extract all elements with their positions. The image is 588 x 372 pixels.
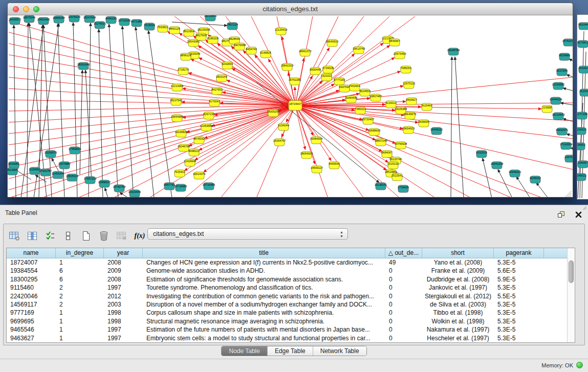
graph-node-label: 9529966	[559, 54, 570, 57]
graph-node-label: 9457791	[164, 183, 175, 186]
column-header-pagerank[interactable]: pagerank	[494, 248, 544, 258]
table-cell: 1997	[104, 334, 143, 342]
column-header-indegree[interactable]: in_degree	[56, 248, 104, 258]
table-row[interactable]: 1830029562008Estimation of significance …	[7, 275, 567, 283]
table-row[interactable]: 1872400712008Changes of HCN gene express…	[7, 258, 567, 267]
table-cell: 0	[385, 334, 422, 342]
graph-node-label: 15842319	[281, 64, 293, 67]
row-cells-icon[interactable]	[62, 230, 74, 242]
table-cell: 0	[385, 325, 422, 334]
table-cell: 2003	[104, 300, 143, 309]
tab-node-table[interactable]: Node Table	[222, 346, 268, 356]
graph-node-label: 1515322	[579, 90, 588, 93]
column-header-name[interactable]: name	[7, 248, 56, 258]
column-header-year[interactable]: year	[104, 248, 143, 258]
status-bar: Memory: OK	[0, 359, 588, 372]
table-cell: 2	[56, 283, 104, 292]
panel-resize-icon[interactable]	[582, 206, 587, 211]
graph-node-label: 2718176	[178, 68, 188, 71]
graph-node-label: 11451944	[52, 172, 64, 175]
tab-edge-table[interactable]: Edge Table	[268, 346, 313, 356]
table-row[interactable]: 946362711997Embryonic stem cells: a mode…	[7, 334, 567, 342]
table-cell: 9465546	[7, 325, 56, 334]
table-cell: de Silva et al. (2003)	[422, 300, 494, 309]
table-columns-icon[interactable]	[27, 230, 38, 242]
table-row[interactable]: 1456911722003Disruption of a novel membe…	[7, 300, 567, 309]
graph-node-label: 9913965	[8, 168, 18, 171]
graph-node-label: 20691406	[37, 18, 50, 21]
table-cell: 5.3E-5	[494, 300, 544, 309]
trash-icon[interactable]	[98, 230, 110, 242]
table-cell: 1997	[104, 325, 143, 334]
graph-node-label: 9828546	[229, 37, 239, 40]
graph-node-label: 12353584	[200, 124, 212, 127]
table-row[interactable]: 2242004622012Investigating the contribut…	[7, 292, 567, 300]
table-settings-icon[interactable]	[9, 230, 20, 242]
table-vertical-scrollbar[interactable]	[567, 248, 575, 342]
graph-node-label: 18054009	[300, 152, 313, 155]
table-cell: 1998	[104, 309, 143, 317]
table-cell: 1	[56, 258, 104, 267]
table-content-box: f(x) citations_edges.txt ▲▼ namein_degre…	[3, 224, 585, 345]
graph-node-label: 16033809	[204, 15, 216, 17]
graph-node-label: 9245022	[530, 177, 540, 180]
graph-node-label: 9315081	[8, 162, 19, 165]
table-cell: Tibbo et al. (1998)	[422, 309, 494, 317]
table-row[interactable]: 969969511998Structural magnetic resonanc…	[7, 317, 567, 325]
graph-node-label: 16543382	[187, 40, 200, 43]
graph-node-label: 16782759	[113, 185, 125, 188]
background-network-window[interactable]: 9910448927341216434211515322127715812160…	[577, 14, 588, 200]
graph-node-label: 6671385	[131, 20, 142, 23]
graph-node-label: 1277158	[577, 113, 587, 116]
table-row[interactable]: 946554611997Estimation of the future num…	[7, 325, 567, 334]
float-panel-icon[interactable]	[555, 209, 567, 220]
delete-table-icon	[116, 230, 127, 242]
graph-node-label: 8860128	[169, 27, 180, 30]
graph-node-label: 18300295	[267, 110, 279, 113]
tab-network-table[interactable]: Network Table	[313, 346, 366, 356]
scrollbar-thumb[interactable]	[569, 260, 574, 283]
table-cell: 2008	[104, 258, 143, 267]
column-header-title[interactable]: title	[143, 248, 385, 258]
table-panel-header: Table Panel	[0, 205, 588, 221]
graph-node-label: 10719155	[118, 19, 130, 22]
new-document-icon[interactable]	[80, 230, 92, 242]
graph-node-label: 1733426	[398, 186, 408, 189]
window-title: citations_edges.txt	[8, 5, 573, 13]
graph-node-label: 10958107	[98, 181, 111, 184]
graph-node-label: 12125419	[275, 28, 287, 31]
column-header-short[interactable]: short	[422, 248, 494, 258]
network-canvas[interactable]: 1940557216875046206914061085528711575024…	[8, 15, 573, 197]
graph-node-label: 15692971	[556, 128, 568, 132]
column-header-outde[interactable]: △ out_de...	[385, 248, 422, 258]
table-cell: Investigating the contribution of common…	[143, 292, 385, 300]
table-row[interactable]: 977716911998Corpus callosum shape and si…	[7, 309, 567, 317]
graph-node-label: 13718485	[175, 185, 187, 188]
graph-node-label: 19756928	[395, 142, 407, 145]
graph-node-label: 1921022	[321, 74, 332, 77]
table-row[interactable]: 911546021997Tourette syndrome. Phenomeno…	[7, 283, 567, 292]
graph-node-label: 13505115	[66, 174, 78, 178]
graph-node-label: 7486322	[355, 107, 365, 111]
table-selector[interactable]: citations_edges.txt ▲▼	[147, 228, 348, 240]
graph-node-label: 9115460	[421, 104, 432, 107]
table-row[interactable]: 1938455462009Genome-wide association stu…	[7, 267, 567, 275]
desktop-background: citations_edges.txt 19405572168750462069…	[0, 0, 588, 205]
table-cell: 5.5E-5	[494, 292, 544, 300]
window-title-bar[interactable]: citations_edges.txt	[8, 3, 573, 15]
graph-node-label: 9227343	[556, 69, 567, 72]
graph-node-label: 7857224	[227, 23, 237, 26]
graph-node-label: 8878332	[193, 137, 204, 140]
graph-node-label: 19166825	[175, 130, 187, 134]
graph-node-label: 8912954	[183, 30, 194, 33]
select-rows-check-icon[interactable]	[45, 230, 56, 242]
table-panel: Table Panel f(x) citations_edges.txt ▲▼ …	[0, 205, 588, 372]
memory-ok-icon[interactable]	[576, 362, 583, 368]
graph-node-label: 10975887	[58, 162, 71, 165]
graph-node-label: 7462664	[349, 84, 360, 87]
graph-node-label: 3624554	[359, 90, 370, 93]
graph-node-label: 18961373	[299, 50, 311, 53]
table-cell: Nakamura et al. (1997)	[422, 325, 494, 334]
network-view-window[interactable]: citations_edges.txt 19405572168750462069…	[7, 3, 573, 198]
function-builder-icon[interactable]: f(x)	[134, 230, 145, 242]
